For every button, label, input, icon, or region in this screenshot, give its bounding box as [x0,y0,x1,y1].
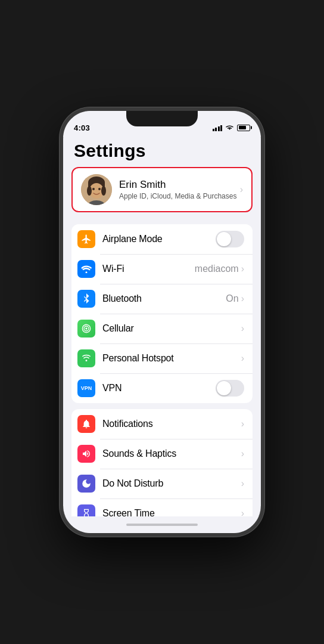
do-not-disturb-label: Do Not Disturb [102,478,241,489]
sounds-icon [77,445,95,463]
wifi-chevron-icon: › [241,264,244,274]
airplane-mode-label: Airplane Mode [102,234,216,244]
profile-name: Erin Smith [119,178,240,191]
bluetooth-chevron-icon: › [241,293,244,304]
battery-icon [237,125,250,131]
bluetooth-value: On [226,293,238,304]
notifications-label: Notifications [102,419,241,429]
moon-svg [81,478,92,489]
section-spacer-1 [63,218,261,224]
phone-frame: 4:03 [60,107,264,537]
sounds-chevron-icon: › [241,448,244,459]
cellular-label: Cellular [102,323,241,334]
avatar-image [81,174,112,205]
sounds-haptics-row[interactable]: Sounds & Haptics › [71,439,253,469]
section-spacer-2 [63,403,261,409]
wifi-icon [77,260,95,278]
svg-point-4 [87,186,92,196]
bluetooth-icon [77,290,95,308]
screen-time-row[interactable]: Screen Time › [71,499,253,516]
sounds-haptics-label: Sounds & Haptics [102,448,241,459]
wifi-status-icon [225,125,234,131]
profile-info: Erin Smith Apple ID, iCloud, Media & Pur… [119,178,240,202]
airplane-mode-toggle[interactable] [216,231,244,247]
status-time: 4:03 [74,123,90,132]
battery-fill [239,126,247,129]
vpn-toggle-thumb [217,381,231,395]
personal-hotspot-row[interactable]: Personal Hotspot › [71,343,253,373]
signal-bar-4 [220,125,222,131]
notifications-section: Notifications › Sounds & Haptics › [71,409,253,516]
hourglass-svg [82,508,91,516]
screen: 4:03 [63,111,261,533]
do-not-disturb-icon [77,475,95,493]
screen-time-label: Screen Time [102,508,241,516]
do-not-disturb-row[interactable]: Do Not Disturb › [71,469,253,499]
profile-chevron-icon: › [240,184,243,195]
vpn-row[interactable]: VPN VPN [71,373,253,403]
vpn-toggle[interactable] [216,380,244,397]
connectivity-section: Airplane Mode Wi-Fi mediacom › [71,224,253,403]
settings-content[interactable]: Settings [63,137,261,516]
home-indicator [63,516,261,533]
page-title: Settings [63,137,261,167]
notifications-icon [77,415,95,433]
signal-bar-1 [213,129,214,131]
notch [126,111,198,126]
sounds-svg [82,449,91,459]
notifications-chevron-icon: › [241,419,244,429]
hotspot-icon [77,349,95,367]
wifi-row[interactable]: Wi-Fi mediacom › [71,254,253,284]
bluetooth-svg [83,293,90,304]
airplane-svg [81,234,92,244]
wifi-label: Wi-Fi [102,264,195,274]
personal-hotspot-label: Personal Hotspot [102,353,241,364]
wifi-svg [81,265,92,273]
signal-bar-2 [215,128,217,131]
cellular-row[interactable]: Cellular › [71,314,253,343]
screen-time-chevron-icon: › [241,508,244,516]
hotspot-svg [81,354,92,363]
bluetooth-row[interactable]: Bluetooth On › [71,284,253,314]
svg-point-10 [85,327,87,329]
profile-subtitle: Apple ID, iCloud, Media & Purchases [119,191,240,202]
svg-point-6 [92,188,95,190]
cellular-svg [82,324,91,333]
screen-time-icon [77,504,95,516]
notifications-row[interactable]: Notifications › [71,409,253,439]
profile-card[interactable]: Erin Smith Apple ID, iCloud, Media & Pur… [71,167,253,212]
vpn-text: VPN [81,385,92,391]
signal-bars-icon [213,125,223,131]
vpn-icon: VPN [77,379,95,397]
avatar [81,174,112,205]
status-icons [213,125,251,131]
bluetooth-label: Bluetooth [102,293,226,304]
dnd-chevron-icon: › [241,478,244,489]
vpn-label: VPN [102,383,216,394]
home-bar [126,524,198,526]
svg-point-5 [101,186,106,196]
signal-bar-3 [218,126,220,131]
wifi-value: mediacom [195,264,239,274]
cellular-icon [77,320,95,338]
toggle-thumb [217,232,231,246]
airplane-mode-icon [77,230,95,248]
airplane-mode-row[interactable]: Airplane Mode [71,224,253,254]
hotspot-chevron-icon: › [241,353,244,364]
svg-point-7 [98,188,101,190]
notifications-svg [82,419,91,429]
cellular-chevron-icon: › [241,323,244,334]
